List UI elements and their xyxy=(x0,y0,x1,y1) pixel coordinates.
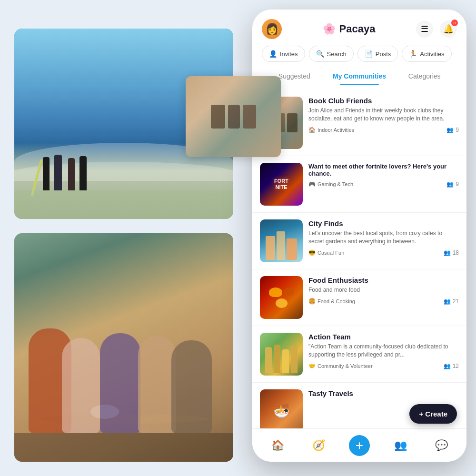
community-desc-action: "Action Team is a community-focused club… xyxy=(308,343,459,359)
members-icon-food: 👥 xyxy=(444,298,451,305)
filter-icon: ☰ xyxy=(421,24,428,34)
activities-pill[interactable]: 🏃 Activities xyxy=(402,46,451,62)
community-list: Book Club Friends Join Alice and Friends… xyxy=(252,90,466,428)
notification-button[interactable]: 🔔 0 xyxy=(440,20,457,38)
community-desc-book-club: Join Alice and Friends in their weekly b… xyxy=(308,107,459,123)
nav-home[interactable]: 🏠 xyxy=(267,435,288,456)
community-meta-fortnite: 🎮 Gaming & Tech 👥 9 xyxy=(308,181,459,188)
nav-pills: 👤 Invites 🔍 Search 📄 Posts 🏃 Activities xyxy=(262,46,457,62)
members-count-food: 21 xyxy=(453,298,459,305)
category-icon-food: 🍔 xyxy=(308,298,316,305)
members-icon-city-finds: 👥 xyxy=(444,249,451,256)
tab-my-communities[interactable]: My Communities xyxy=(327,68,392,85)
community-name-action: Action Team xyxy=(308,333,459,341)
app-title: Pacaya xyxy=(339,23,376,35)
community-category-fortnite: 🎮 Gaming & Tech xyxy=(308,181,353,188)
members-icon-fortnite: 👥 xyxy=(446,181,454,188)
community-name-fortnite: Want to meet other fortnite lovers? Here… xyxy=(308,163,459,177)
phone-frame: 👩 🌸 Pacaya ☰ 🔔 0 👤 Invites xyxy=(252,10,466,462)
community-thumb-food xyxy=(260,276,303,319)
app-logo: 🌸 xyxy=(323,23,336,35)
category-label-food: Food & Cooking xyxy=(317,298,355,304)
community-name-book-club: Book Club Friends xyxy=(308,97,459,105)
community-desc-city-finds: Let's uncover the best local spots, from… xyxy=(308,229,459,246)
community-category-book-club: 🏠 Indoor Activities xyxy=(308,127,354,133)
notification-badge: 0 xyxy=(451,20,458,26)
tabs: Suggested My Communities Categories xyxy=(262,68,457,85)
category-icon-action: 🤝 xyxy=(308,363,316,369)
community-card-fortnite[interactable]: FORTNITE Want to meet other fortnite lov… xyxy=(252,156,466,213)
community-info-food: Food Enthusiasts Food and more food 🍔 Fo… xyxy=(308,276,459,319)
category-label-action: Community & Volunteer xyxy=(317,363,373,369)
nav-chat[interactable]: 💬 xyxy=(431,435,452,456)
user-avatar[interactable]: 👩 xyxy=(262,19,282,39)
community-icon: 👥 xyxy=(394,439,407,452)
friends-photo xyxy=(14,233,233,462)
community-thumb-fortnite: FORTNITE xyxy=(260,163,303,206)
community-card-city-finds[interactable]: City Finds Let's uncover the best local … xyxy=(252,213,466,269)
community-meta-food: 🍔 Food & Cooking 👥 21 xyxy=(308,298,459,305)
community-info-city-finds: City Finds Let's uncover the best local … xyxy=(308,219,459,262)
community-category-action: 🤝 Community & Volunteer xyxy=(308,363,373,369)
community-card-food[interactable]: Food Enthusiasts Food and more food 🍔 Fo… xyxy=(252,269,466,326)
posts-label: Posts xyxy=(376,50,391,58)
community-info-fortnite: Want to meet other fortnite lovers? Here… xyxy=(308,163,459,206)
posts-icon: 📄 xyxy=(365,50,373,58)
create-button[interactable]: + Create xyxy=(409,404,457,424)
explore-icon: 🧭 xyxy=(312,439,325,452)
activities-icon: 🏃 xyxy=(409,50,417,58)
community-name-food: Food Enthusiasts xyxy=(308,276,459,284)
members-icon: 👥 xyxy=(446,127,454,133)
nav-add[interactable]: + xyxy=(349,435,370,456)
community-members-city-finds: 👥 18 xyxy=(444,249,459,256)
members-count-city-finds: 18 xyxy=(453,249,459,256)
members-count-action: 12 xyxy=(453,363,459,369)
invites-icon: 👤 xyxy=(269,50,277,58)
bottom-nav: 🏠 🧭 + 👥 💬 xyxy=(252,428,466,462)
filter-button[interactable]: ☰ xyxy=(416,20,433,38)
members-icon-action: 👥 xyxy=(444,363,451,369)
community-members-food: 👥 21 xyxy=(444,298,459,305)
tab-categories[interactable]: Categories xyxy=(392,68,457,85)
bookclub-photo xyxy=(186,76,281,157)
invites-pill[interactable]: 👤 Invites xyxy=(262,46,305,62)
community-info-book-club: Book Club Friends Join Alice and Friends… xyxy=(308,97,459,149)
category-label-fortnite: Gaming & Tech xyxy=(317,181,353,187)
category-icon-city-finds: 😎 xyxy=(308,249,316,256)
category-label-city-finds: Casual Fun xyxy=(317,250,344,256)
community-category-city-finds: 😎 Casual Fun xyxy=(308,249,344,256)
phone-header: 👩 🌸 Pacaya ☰ 🔔 0 👤 Invites xyxy=(252,10,466,90)
community-members-fortnite: 👥 9 xyxy=(446,181,459,188)
background-photos xyxy=(0,0,243,476)
home-icon: 🏠 xyxy=(271,439,284,452)
community-card-action[interactable]: Action Team "Action Team is a community-… xyxy=(252,326,466,383)
members-count-book-club: 9 xyxy=(456,127,459,133)
community-name-city-finds: City Finds xyxy=(308,219,459,228)
community-members-book-club: 👥 9 xyxy=(446,127,459,133)
community-thumb-tasty: 🍜 xyxy=(260,389,303,428)
community-members-action: 👥 12 xyxy=(444,363,459,369)
invites-label: Invites xyxy=(280,50,298,58)
search-icon: 🔍 xyxy=(316,50,324,58)
community-card-book-club[interactable]: Book Club Friends Join Alice and Friends… xyxy=(252,90,466,156)
category-label-book-club: Indoor Activities xyxy=(317,127,354,133)
add-icon: + xyxy=(356,438,363,453)
community-thumb-city-finds xyxy=(260,219,303,262)
category-icon-book-club: 🏠 xyxy=(308,127,316,133)
search-pill[interactable]: 🔍 Search xyxy=(309,46,354,62)
community-thumb-action xyxy=(260,333,303,376)
posts-pill[interactable]: 📄 Posts xyxy=(357,46,398,62)
nav-community[interactable]: 👥 xyxy=(390,435,411,456)
nav-explore[interactable]: 🧭 xyxy=(308,435,329,456)
members-count-fortnite: 9 xyxy=(456,181,459,188)
community-info-action: Action Team "Action Team is a community-… xyxy=(308,333,459,376)
community-category-food: 🍔 Food & Cooking xyxy=(308,298,355,305)
community-name-tasty: Tasty Travels xyxy=(308,389,459,397)
community-meta-action: 🤝 Community & Volunteer 👥 12 xyxy=(308,363,459,369)
community-desc-food: Food and more food xyxy=(308,286,459,294)
category-icon-fortnite: 🎮 xyxy=(308,181,316,188)
activities-label: Activities xyxy=(420,50,444,58)
search-label: Search xyxy=(327,50,347,58)
community-meta-book-club: 🏠 Indoor Activities 👥 9 xyxy=(308,127,459,133)
community-meta-city-finds: 😎 Casual Fun 👥 18 xyxy=(308,249,459,256)
